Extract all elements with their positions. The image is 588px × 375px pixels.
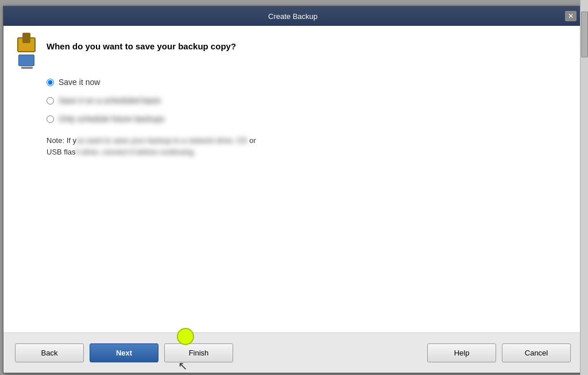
note-suffix: or (247, 136, 256, 145)
close-button[interactable]: ✕ (565, 11, 577, 21)
computer-icon (18, 55, 34, 66)
radio-item-save-later[interactable]: Save it on a scheduled basis (47, 96, 571, 105)
help-button[interactable]: Help (427, 343, 496, 362)
radio-save-now[interactable] (47, 79, 54, 86)
note-prefix: Note: If y (47, 136, 76, 145)
dialog-icon (15, 37, 38, 66)
radio-only-schedule[interactable] (47, 115, 54, 123)
back-button[interactable]: Back (15, 343, 84, 362)
radio-save-now-label[interactable]: Save it now (59, 78, 100, 87)
radio-item-only-schedule[interactable]: Only schedule future backups (47, 114, 571, 123)
dialog-footer: Back Next Finish Help Cancel (3, 333, 582, 373)
footer-left-buttons: Back Next Finish (15, 343, 233, 362)
cancel-button[interactable]: Cancel (502, 343, 571, 362)
next-button[interactable]: Next (90, 343, 158, 362)
radio-group: Save it now Save it on a scheduled basis… (47, 78, 571, 123)
safe-icon (17, 37, 36, 52)
dialog-title: Create Backup (21, 12, 565, 21)
finish-button[interactable]: Finish (164, 343, 233, 362)
footer-right-buttons: Help Cancel (427, 343, 571, 362)
question-text: When do you want to save your backup cop… (47, 37, 236, 52)
dialog-body: When do you want to save your backup cop… (3, 26, 582, 333)
radio-save-later-label: Save it on a scheduled basis (59, 96, 161, 105)
note-section: Note: If you want to save your backup to… (47, 135, 571, 157)
radio-item-save-now[interactable]: Save it now (47, 78, 571, 87)
note-blurred-1: ou want to save your backup to a network… (76, 136, 247, 145)
note2-prefix: USB flas (47, 148, 76, 156)
dialog-header: When do you want to save your backup cop… (15, 37, 571, 66)
title-bar: Create Backup ✕ (3, 6, 582, 26)
scrollbar[interactable] (581, 11, 588, 57)
create-backup-dialog: Create Backup ✕ When do you want to save… (3, 6, 583, 373)
radio-only-schedule-label: Only schedule future backups (59, 114, 164, 123)
cursor-highlight (177, 328, 194, 345)
side-panel (580, 0, 588, 375)
radio-save-later[interactable] (47, 97, 54, 105)
note-blurred-2: h drive, connect it before continuing. (76, 148, 196, 156)
